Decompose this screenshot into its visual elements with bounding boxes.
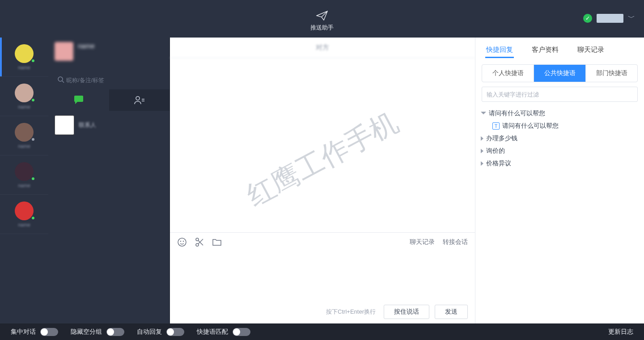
status-online-icon: ✓ — [583, 14, 592, 23]
account-label: name — [18, 104, 30, 109]
svg-point-6 — [180, 240, 181, 241]
search-wrap — [48, 72, 169, 89]
message-input[interactable] — [170, 251, 475, 300]
seg-personal[interactable]: 个人快捷语 — [482, 65, 534, 82]
toggle-label: 自动回复 — [137, 328, 162, 336]
tab-customer-info[interactable]: 客户资料 — [532, 38, 559, 62]
conversation-item[interactable]: 联系人 — [48, 111, 169, 139]
switch-icon[interactable] — [40, 328, 58, 336]
scissors-icon[interactable] — [195, 237, 204, 247]
send-button[interactable]: 发送 — [435, 305, 468, 319]
paper-plane-icon — [316, 11, 328, 21]
tree-node-expanded[interactable]: 请问有什么可以帮您 — [479, 107, 640, 120]
send-hint: 按下Ctrl+Enter换行 — [326, 308, 376, 316]
chat-history-link[interactable]: 聊天记录 — [410, 238, 435, 246]
app-header: 推送助手 ✓ ﹀ — [0, 0, 644, 38]
avatar — [15, 123, 34, 142]
toggle-label: 快捷语匹配 — [197, 328, 228, 336]
switch-icon[interactable] — [233, 328, 250, 336]
search-icon — [57, 76, 64, 83]
toggle-auto-reply[interactable]: 自动回复 — [137, 328, 184, 336]
conversation-title: 联系人 — [79, 121, 96, 129]
filter-input[interactable] — [482, 87, 638, 102]
tab-contacts[interactable] — [109, 89, 170, 111]
username-redacted — [597, 14, 623, 23]
toggle-label: 集中对话 — [11, 328, 36, 336]
account-item-4[interactable]: name — [0, 155, 48, 195]
quickphrase-tree: 请问有什么可以帮您 T 请问有什么可以帮您 办理多少钱 询价的 价格异议 — [475, 105, 644, 172]
side-panel: 快捷回复 客户资料 聊天记录 个人快捷语 公共快捷语 部门快捷语 请问有什么可以… — [475, 38, 644, 323]
tree-label: 价格异议 — [486, 160, 511, 168]
transfer-session-link[interactable]: 转接会话 — [443, 238, 468, 246]
chevron-down-icon[interactable]: ﹀ — [628, 13, 635, 23]
current-account-name: name — [78, 42, 95, 50]
panel-tabs: 快捷回复 客户资料 聊天记录 — [475, 38, 644, 62]
tree-node-collapsed[interactable]: 办理多少钱 — [479, 132, 640, 145]
bottom-bar: 集中对话 隐藏空分组 自动回复 快捷语匹配 更新日志 — [0, 323, 644, 340]
emoji-icon[interactable] — [177, 237, 187, 247]
seg-public[interactable]: 公共快捷语 — [534, 65, 586, 82]
tree-label: 询价的 — [486, 147, 505, 155]
account-label: name — [18, 183, 30, 188]
account-label: name — [18, 65, 30, 70]
chat-bubble-icon — [73, 95, 85, 105]
avatar — [15, 201, 34, 220]
seg-department[interactable]: 部门快捷语 — [586, 65, 637, 82]
update-log-link[interactable]: 更新日志 — [608, 328, 633, 336]
tree-node-collapsed[interactable]: 询价的 — [479, 145, 640, 157]
toggle-focus-chat[interactable]: 集中对话 — [11, 328, 58, 336]
toggle-quickphrase-match[interactable]: 快捷语匹配 — [197, 328, 250, 336]
account-item-3[interactable]: name — [0, 116, 48, 155]
column-header: name — [48, 38, 169, 72]
switch-icon[interactable] — [106, 328, 124, 336]
accounts-strip: name name name name name — [0, 38, 48, 323]
svg-point-7 — [183, 240, 184, 241]
tree-label: 请问有什么可以帮您 — [489, 109, 545, 118]
contacts-icon — [134, 95, 144, 105]
header-user-block[interactable]: ✓ ﹀ — [583, 13, 635, 23]
chat-toolbar: 聊天记录 转接会话 — [170, 232, 475, 251]
account-item-5[interactable]: name — [0, 195, 48, 234]
conversation-tabs — [48, 89, 169, 111]
chat-messages-area[interactable]: 红鹰工作手机 — [170, 58, 475, 232]
header-title: 推送助手 — [310, 24, 334, 31]
tab-chat-log[interactable]: 聊天记录 — [577, 38, 604, 62]
watermark: 红鹰工作手机 — [240, 104, 405, 215]
tree-label: 请问有什么可以帮您 — [502, 122, 559, 130]
tree-node-collapsed[interactable]: 价格异议 — [479, 157, 640, 170]
chat-title: 对方 — [170, 38, 475, 58]
conversation-column: name 联系人 — [48, 38, 170, 323]
avatar — [15, 44, 34, 63]
avatar — [15, 162, 34, 181]
triangle-right-icon — [481, 149, 483, 153]
folder-icon[interactable] — [212, 238, 222, 247]
tree-leaf[interactable]: T 请问有什么可以帮您 — [479, 120, 640, 132]
hold-to-talk-button[interactable]: 按住说话 — [384, 305, 429, 319]
chat-pane: 对方 红鹰工作手机 聊天记录 转接会话 按下Ctrl+Enter换行 按住说话 … — [170, 38, 475, 323]
search-input[interactable] — [55, 74, 163, 86]
toggle-hide-empty-groups[interactable]: 隐藏空分组 — [71, 328, 124, 336]
conversation-avatar — [55, 115, 74, 135]
account-item-2[interactable]: name — [0, 77, 48, 116]
text-icon: T — [492, 122, 500, 130]
header-title-block[interactable]: 推送助手 — [310, 11, 334, 32]
tab-quick-reply[interactable]: 快捷回复 — [486, 38, 513, 62]
triangle-right-icon — [481, 136, 483, 141]
account-label: name — [18, 222, 30, 227]
avatar — [15, 84, 34, 102]
tab-chats[interactable] — [48, 89, 109, 111]
chat-actions: 按下Ctrl+Enter换行 按住说话 发送 — [170, 300, 475, 323]
toggle-label: 隐藏空分组 — [71, 328, 102, 336]
triangle-down-icon — [481, 112, 486, 114]
quickphrase-segments: 个人快捷语 公共快捷语 部门快捷语 — [482, 64, 638, 82]
quickphrase-filter — [482, 87, 638, 102]
svg-point-5 — [178, 238, 186, 246]
tree-label: 办理多少钱 — [486, 134, 517, 143]
svg-point-2 — [136, 97, 140, 100]
switch-icon[interactable] — [166, 328, 184, 336]
account-label: name — [18, 143, 30, 149]
triangle-right-icon — [481, 161, 483, 166]
current-account-avatar — [55, 42, 73, 61]
svg-line-1 — [62, 81, 64, 83]
account-item-1[interactable]: name — [0, 38, 48, 77]
